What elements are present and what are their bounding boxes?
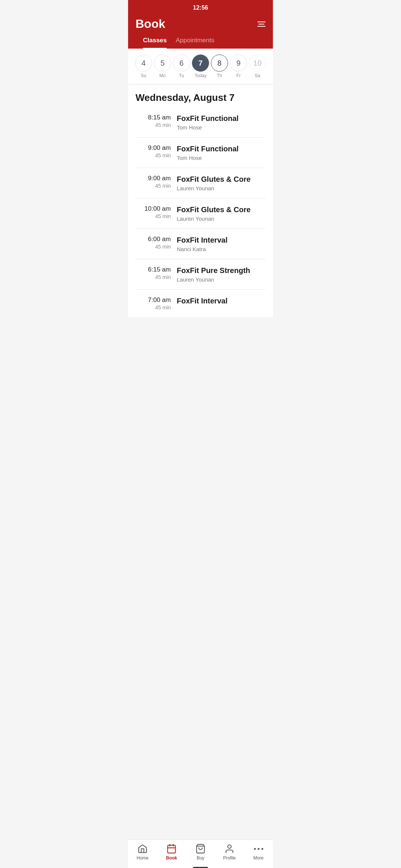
date-number-4: 4 — [135, 55, 152, 72]
class-item[interactable]: 6:00 am 45 min FoxFit Interval Nanci Kat… — [136, 229, 265, 259]
class-info: FoxFit Functional Tom Hose — [177, 144, 265, 161]
date-item-9[interactable]: 9 Fr — [230, 55, 247, 78]
class-time: 6:15 am 45 min — [136, 266, 171, 280]
filter-line-2 — [258, 24, 264, 24]
date-item-5[interactable]: 5 Mo — [154, 55, 171, 78]
class-info: FoxFit Functional Tom Hose — [177, 114, 265, 131]
status-bar: 12:56 — [128, 0, 273, 13]
class-info: FoxFit Pure Strength Lauren Younan — [177, 266, 265, 283]
tab-appointments[interactable]: Appointments — [176, 37, 214, 49]
class-info: FoxFit Glutes & Core Lauren Younan — [177, 205, 265, 222]
day-title: Wednesday, August 7 — [136, 92, 265, 103]
date-number-10: 10 — [249, 55, 266, 72]
date-label-5: Mo — [159, 73, 166, 78]
filter-icon — [257, 22, 265, 27]
date-number-7-today: 7 — [192, 55, 209, 72]
date-item-4[interactable]: 4 Su — [135, 55, 152, 78]
class-info: FoxFit Interval — [177, 296, 265, 307]
date-number-9: 9 — [230, 55, 247, 72]
date-label-9: Fr — [237, 73, 241, 78]
class-item[interactable]: 9:00 am 45 min FoxFit Functional Tom Hos… — [136, 138, 265, 168]
class-time: 6:00 am 45 min — [136, 236, 171, 250]
class-time: 7:00 am 45 min — [136, 296, 171, 310]
class-item[interactable]: 9:00 am 45 min FoxFit Glutes & Core Laur… — [136, 168, 265, 198]
date-item-6[interactable]: 6 Tu — [173, 55, 190, 78]
day-header: Wednesday, August 7 — [128, 85, 273, 107]
class-item[interactable]: 6:15 am 45 min FoxFit Pure Strength Laur… — [136, 259, 265, 290]
class-time: 8:15 am 45 min — [136, 114, 171, 128]
tab-classes[interactable]: Classes — [143, 37, 167, 49]
date-item-7[interactable]: 7 Today — [192, 55, 209, 78]
filter-line-1 — [257, 22, 265, 22]
main-content: 4 Su 5 Mo 6 Tu 7 Today 8 Th — [128, 49, 273, 351]
class-item[interactable]: 7:00 am 45 min FoxFit Interval — [136, 290, 265, 317]
class-item[interactable]: 8:15 am 45 min FoxFit Functional Tom Hos… — [136, 107, 265, 138]
header: Book Classes Appointments — [128, 13, 273, 49]
date-number-5: 5 — [154, 55, 171, 72]
date-picker: 4 Su 5 Mo 6 Tu 7 Today 8 Th — [128, 49, 273, 85]
class-time: 9:00 am 45 min — [136, 144, 171, 158]
date-label-10: Sa — [255, 73, 260, 78]
class-info: FoxFit Interval Nanci Katra — [177, 236, 265, 252]
filter-line-3 — [257, 26, 265, 27]
date-item-10[interactable]: 10 Sa — [249, 55, 266, 78]
date-label-6: Tu — [179, 73, 184, 78]
header-top: Book — [136, 17, 265, 37]
page-title: Book — [136, 17, 165, 31]
class-time: 9:00 am 45 min — [136, 175, 171, 189]
status-time: 12:56 — [193, 4, 208, 11]
date-number-8: 8 — [211, 55, 228, 72]
tab-bar: Classes Appointments — [136, 37, 265, 49]
classes-list: 8:15 am 45 min FoxFit Functional Tom Hos… — [128, 107, 273, 317]
filter-button[interactable] — [257, 22, 265, 27]
date-label-7: Today — [195, 73, 206, 78]
date-label-8: Th — [217, 73, 222, 78]
class-item[interactable]: 10:00 am 45 min FoxFit Glutes & Core Lau… — [136, 198, 265, 229]
class-time: 10:00 am 45 min — [136, 205, 171, 219]
date-item-8[interactable]: 8 Th — [211, 55, 228, 78]
date-label-4: Su — [141, 73, 146, 78]
date-number-6: 6 — [173, 55, 190, 72]
class-info: FoxFit Glutes & Core Lauren Younan — [177, 175, 265, 191]
